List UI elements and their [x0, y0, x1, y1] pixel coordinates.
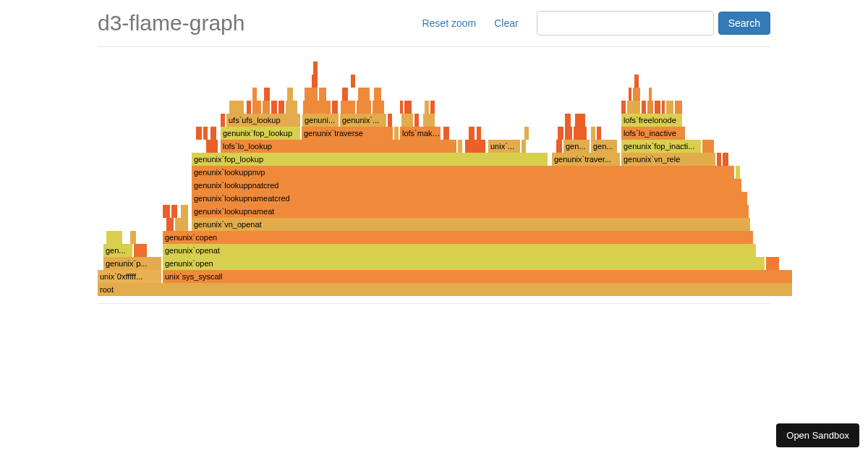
flame-frame[interactable]	[458, 140, 462, 153]
flame-graph[interactable]: rootunix`0xfffff...unix`sys_syscallgenun…	[98, 62, 792, 296]
flame-frame[interactable]	[388, 114, 392, 127]
flame-frame[interactable]: gen...	[103, 244, 132, 257]
flame-frame[interactable]	[229, 101, 244, 114]
flame-frame[interactable]	[655, 101, 660, 114]
flame-frame[interactable]	[423, 114, 435, 127]
flame-frame[interactable]	[465, 140, 485, 153]
flame-frame[interactable]: genunix`p...	[103, 257, 161, 270]
flame-frame[interactable]: genunix`fop_lookup	[221, 127, 300, 140]
search-button[interactable]: Search	[718, 12, 770, 35]
flame-frame[interactable]	[106, 231, 122, 244]
flame-frame[interactable]: lofs`lo_lookup	[221, 140, 456, 153]
flame-frame[interactable]	[766, 257, 779, 270]
search-input[interactable]	[537, 11, 714, 35]
flame-frame[interactable]: genunix`lookupnameat	[192, 205, 749, 218]
flame-frame[interactable]: genunix`...	[340, 114, 386, 127]
flame-frame[interactable]	[166, 218, 174, 231]
flame-frame[interactable]	[196, 127, 202, 140]
flame-frame[interactable]	[629, 88, 631, 101]
flame-frame[interactable]	[221, 114, 225, 127]
flame-frame[interactable]	[175, 218, 188, 231]
flame-frame[interactable]	[358, 88, 370, 101]
flame-frame[interactable]	[430, 101, 435, 114]
flame-frame[interactable]: genunix`vn_openat	[192, 218, 750, 231]
flame-frame[interactable]	[305, 88, 318, 101]
flame-frame[interactable]	[401, 114, 413, 127]
flame-frame[interactable]	[286, 101, 297, 114]
flame-frame[interactable]: unix`0xfffff...	[98, 270, 161, 283]
flame-frame[interactable]: genunix`copen	[163, 231, 753, 244]
flame-frame[interactable]	[342, 88, 348, 101]
flame-frame[interactable]	[351, 75, 355, 88]
flame-frame[interactable]	[634, 75, 639, 88]
clear-link[interactable]: Clear	[494, 17, 518, 29]
flame-frame[interactable]	[341, 101, 355, 114]
flame-frame[interactable]: lofs`lo_inactive	[621, 127, 685, 140]
flame-frame[interactable]	[203, 127, 208, 140]
flame-frame[interactable]	[597, 127, 601, 140]
flame-frame[interactable]	[662, 101, 665, 114]
flame-frame[interactable]	[319, 88, 326, 101]
flame-frame[interactable]	[591, 127, 595, 140]
flame-frame[interactable]	[565, 127, 572, 140]
flame-frame[interactable]: genuni...	[302, 114, 339, 127]
flame-frame[interactable]: unix`sys_syscall	[163, 270, 792, 283]
flame-frame[interactable]: genunix`fop_inacti...	[621, 140, 701, 153]
flame-frame[interactable]: lofs`makel...	[400, 127, 441, 140]
flame-frame[interactable]	[252, 101, 261, 114]
flame-frame[interactable]	[675, 101, 682, 114]
flame-frame[interactable]	[522, 140, 526, 153]
flame-frame[interactable]	[565, 114, 571, 127]
flame-frame[interactable]	[633, 88, 640, 101]
flame-frame[interactable]	[287, 88, 293, 101]
reset-zoom-link[interactable]: Reset zoom	[422, 17, 476, 29]
flame-frame[interactable]	[263, 101, 270, 114]
flame-frame[interactable]	[524, 127, 529, 140]
flame-frame[interactable]	[575, 114, 585, 127]
flame-frame[interactable]	[647, 101, 653, 114]
flame-frame[interactable]: lofs`freelonode	[621, 114, 682, 127]
flame-frame[interactable]: genunix`lookuppnvp	[192, 166, 734, 179]
flame-frame[interactable]	[702, 140, 714, 153]
flame-frame[interactable]	[210, 127, 216, 140]
flame-frame[interactable]	[717, 153, 721, 166]
flame-frame[interactable]	[425, 101, 429, 114]
flame-frame[interactable]	[414, 114, 419, 127]
flame-frame[interactable]	[130, 231, 136, 244]
flame-frame[interactable]: ufs`ufs_lookup	[226, 114, 300, 127]
flame-frame[interactable]	[621, 101, 626, 114]
flame-frame[interactable]	[374, 88, 381, 101]
flame-frame[interactable]	[736, 166, 740, 179]
flame-frame[interactable]	[642, 101, 646, 114]
flame-frame[interactable]	[443, 127, 449, 140]
flame-frame[interactable]: genunix`traver...	[552, 153, 620, 166]
flame-frame[interactable]: genunix`openat	[163, 244, 756, 257]
flame-frame[interactable]	[252, 88, 257, 101]
flame-frame[interactable]	[264, 88, 270, 101]
flame-frame[interactable]: gen...	[591, 140, 617, 153]
flame-frame[interactable]	[394, 127, 399, 140]
flame-frame[interactable]	[313, 62, 318, 75]
flame-frame[interactable]: root	[98, 283, 792, 296]
flame-frame[interactable]: genunix`open	[163, 257, 765, 270]
flame-frame[interactable]	[666, 101, 673, 114]
flame-frame[interactable]: unix`...	[488, 140, 520, 153]
flame-frame[interactable]	[303, 101, 331, 114]
flame-frame[interactable]	[206, 140, 218, 153]
flame-frame[interactable]	[627, 101, 640, 114]
flame-frame[interactable]	[163, 205, 170, 218]
flame-frame[interactable]	[469, 127, 475, 140]
flame-frame[interactable]	[181, 205, 188, 218]
flame-frame[interactable]	[271, 101, 277, 114]
flame-frame[interactable]	[312, 75, 318, 88]
flame-frame[interactable]	[373, 101, 384, 114]
flame-frame[interactable]	[332, 101, 338, 114]
flame-frame[interactable]	[357, 101, 371, 114]
flame-frame[interactable]	[404, 101, 412, 114]
flame-frame[interactable]	[400, 101, 403, 114]
flame-frame[interactable]	[649, 88, 652, 101]
flame-frame[interactable]	[723, 153, 728, 166]
flame-frame[interactable]: genunix`fop_lookup	[192, 153, 548, 166]
flame-frame[interactable]: genunix`vn_rele	[621, 153, 715, 166]
flame-frame[interactable]: gen...	[563, 140, 590, 153]
